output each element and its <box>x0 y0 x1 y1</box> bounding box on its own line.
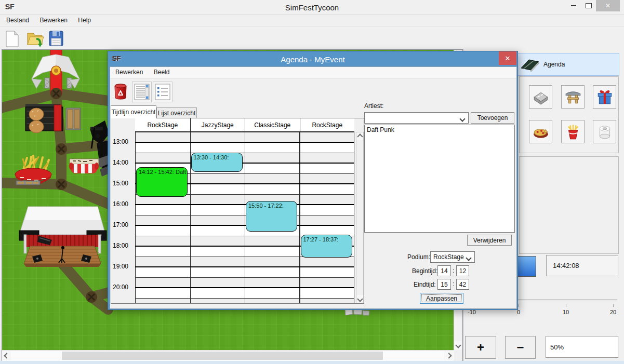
pizza-icon <box>532 123 550 141</box>
scroll-down-button[interactable] <box>454 341 462 349</box>
save-file-icon[interactable] <box>48 30 64 49</box>
item-torii-gate-button[interactable] <box>561 85 585 109</box>
artist-label: Artiest: <box>364 102 383 110</box>
tab-tijdlijn-overzicht[interactable]: Tijdlijn overzicht <box>111 105 156 118</box>
schedule-scroll-down[interactable] <box>356 295 363 303</box>
dialog-title: Agenda - MyEvent <box>108 55 517 64</box>
hour-label: 13:00 <box>113 138 128 145</box>
item-gift-button[interactable] <box>593 85 616 109</box>
zoom-in-button[interactable]: + <box>465 336 496 359</box>
apply-button[interactable]: Aanpassen <box>420 293 463 304</box>
chevron-down-icon <box>466 255 471 261</box>
scroll-left-button[interactable] <box>2 351 11 360</box>
delete-trash-icon[interactable] <box>113 83 128 102</box>
app-window: SF SimFestTycoon ✕ Bestand Bewerken Help <box>0 0 624 364</box>
dialog-content: Bewerken Beeld Tijdlijn overzicht Lijst … <box>110 66 517 309</box>
hour-label: 20:00 <box>113 284 128 291</box>
chevron-down-icon <box>455 342 461 348</box>
item-fries-button[interactable] <box>561 120 585 143</box>
artist-dropdown[interactable] <box>364 112 469 124</box>
game-clock: 14:42:08 <box>546 255 618 276</box>
schedule-time-gutter: 13:0014:0015:0016:0017:0018:0019:0020:00 <box>111 118 135 303</box>
dialog-close-button[interactable]: ✕ <box>499 51 516 65</box>
start-hour-input[interactable]: 14 <box>437 265 451 276</box>
tick-label: 20 <box>605 309 621 315</box>
stage-column-header: RockStage <box>300 118 355 131</box>
open-file-icon[interactable] <box>26 30 45 50</box>
torii-gate-icon <box>564 88 582 106</box>
start-minute-input[interactable]: 12 <box>456 265 469 276</box>
zoom-out-button[interactable]: − <box>505 336 536 359</box>
agenda-book-icon <box>520 57 540 74</box>
maximize-button[interactable] <box>581 0 596 11</box>
schedule-body[interactable]: 13:30 - 14:30:14:12 - 15:42: Daft Punk15… <box>135 132 354 303</box>
schedule-scroll-up[interactable] <box>356 132 363 140</box>
close-button[interactable]: ✕ <box>596 0 620 11</box>
app-title: SimFestTycoon <box>0 3 624 12</box>
tick-mark <box>613 304 614 307</box>
main-titlebar: SF SimFestTycoon <box>0 0 624 15</box>
chevron-up-icon <box>357 133 363 139</box>
hour-label: 16:00 <box>113 200 128 208</box>
main-menubar: Bestand Bewerken Help <box>0 15 624 27</box>
schedule-scrollbar[interactable] <box>356 132 364 303</box>
schedule-event[interactable]: 13:30 - 14:30: <box>191 153 243 172</box>
end-hour-input[interactable]: 15 <box>437 279 451 290</box>
hour-label: 15:00 <box>113 180 128 187</box>
gift-icon <box>596 88 614 106</box>
minimize-button[interactable] <box>566 0 581 11</box>
podium-dropdown[interactable]: RockStage <box>430 251 475 263</box>
menu-help[interactable]: Help <box>74 15 95 25</box>
time-colon: : <box>453 267 454 274</box>
schedule-event[interactable]: 17:27 - 18:37: <box>301 235 352 258</box>
agenda-button-label: Agenda <box>543 61 565 68</box>
artist-listbox[interactable]: Daft Punk <box>364 125 515 233</box>
podium-dropdown-value: RockStage <box>433 253 464 261</box>
play-button[interactable] <box>516 256 536 277</box>
tab-lijst-overzicht[interactable]: Lijst overzicht <box>156 107 197 118</box>
schedule-event[interactable]: 15:50 - 17:22: <box>246 201 297 231</box>
item-toilet-paper-button[interactable] <box>593 120 616 143</box>
main-toolbar <box>0 28 462 48</box>
start-time-label: Begintijd: <box>412 267 437 275</box>
new-file-icon[interactable] <box>4 30 21 50</box>
main-stage[interactable] <box>19 207 107 267</box>
time-colon: : <box>453 280 454 288</box>
toilet-paper-icon <box>596 123 614 141</box>
podium-label: Podium: <box>407 253 430 261</box>
schedule-panel: 13:0014:0015:0016:0017:0018:0019:0020:00… <box>111 118 364 304</box>
menu-bewerken[interactable]: Bewerken <box>36 15 72 25</box>
hour-label: 18:00 <box>113 242 128 249</box>
burger-stand[interactable] <box>25 104 81 133</box>
dialog-menubar: Bewerken Beeld <box>110 67 516 79</box>
striped-stand[interactable] <box>69 159 99 173</box>
menu-bestand[interactable]: Bestand <box>2 15 33 25</box>
dialog-menu-beeld[interactable]: Beeld <box>150 67 174 77</box>
bullet-list-icon[interactable] <box>153 82 172 102</box>
chevron-left-icon <box>4 353 9 358</box>
remove-artist-button[interactable]: Verwijderen <box>467 235 512 246</box>
stage-column-header: ClassicStage <box>245 118 300 131</box>
hour-label: 14:00 <box>113 159 128 166</box>
list-view-icon[interactable] <box>132 82 152 102</box>
item-road-tile-button[interactable] <box>529 85 552 109</box>
end-time-label: Eindtijd: <box>414 281 436 288</box>
road-tile-icon <box>532 88 550 106</box>
chevron-down-icon <box>357 296 363 302</box>
window-bottom-edge <box>0 361 624 364</box>
scroll-right-button[interactable] <box>444 351 453 360</box>
dialog-menu-bewerken[interactable]: Bewerken <box>111 67 147 77</box>
schedule-event[interactable]: 14:12 - 15:42: Daft Punk <box>136 167 188 197</box>
schedule-header: RockStage JazzyStage ClassicStage RockSt… <box>135 118 354 132</box>
tick-mark <box>519 304 519 307</box>
chevron-right-icon <box>446 353 452 358</box>
artist-list-item[interactable]: Daft Punk <box>365 125 514 134</box>
hscroll-thumb[interactable] <box>62 352 383 360</box>
tick-label: 10 <box>558 309 574 315</box>
map-horizontal-scrollbar[interactable] <box>2 350 454 361</box>
fries-icon <box>564 123 582 141</box>
add-artist-button[interactable]: Toevoegen <box>471 112 514 124</box>
end-minute-input[interactable]: 42 <box>456 279 469 290</box>
dialog-titlebar[interactable]: SF Agenda - MyEvent ✕ <box>108 51 517 67</box>
item-pizza-button[interactable] <box>529 120 552 143</box>
